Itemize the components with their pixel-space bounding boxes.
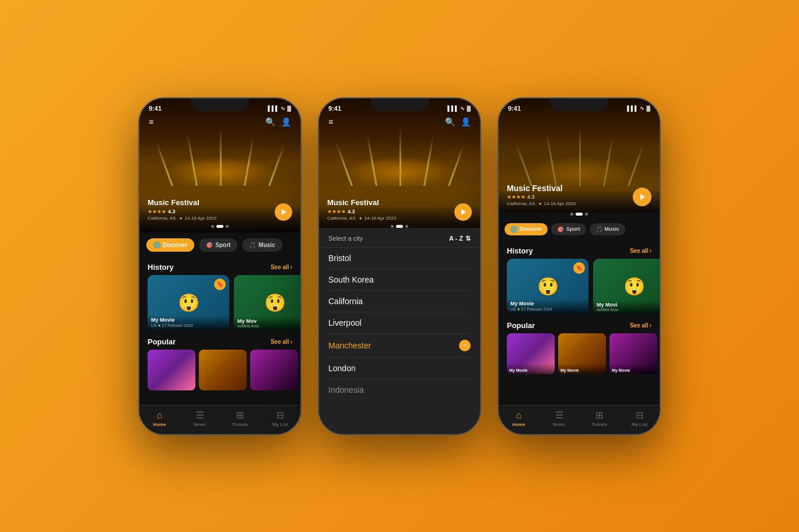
signal-icon-2: ▌▌▌ [447, 105, 458, 111]
hero-play-btn-3[interactable] [633, 188, 651, 206]
popular-section-1: Popular See all › [139, 335, 300, 390]
nav-mylist-1[interactable]: ⊟ My List [260, 410, 300, 427]
history-header-3: History See all › [499, 244, 660, 259]
hamburger-icon-2[interactable]: ≡ [328, 117, 333, 126]
cat-discover-1[interactable]: 🌐 Discover [146, 238, 194, 252]
history-see-all-3[interactable]: See all › [630, 248, 651, 254]
home-label-3: Home [512, 422, 525, 427]
card-info-3: My Movie US ● 17 Februari 2024 [507, 299, 588, 314]
popular-cards-3: My Movie My Movie My Movie [499, 333, 660, 374]
card-title-3: My Movie [510, 301, 585, 306]
news-label-1: News [194, 422, 206, 427]
cat-sport-3[interactable]: 🎯 Sport [551, 223, 586, 235]
cat-music-1[interactable]: 🎵 Music [242, 238, 282, 252]
history-card-1[interactable]: 😲 🔖 My Movie US ● 17 Februari 2024 [148, 275, 229, 330]
popular-cards-1 [139, 350, 300, 390]
city-item-bristol[interactable]: Bristol [328, 248, 471, 269]
nav-news-1[interactable]: ☰ News [180, 410, 220, 427]
date-3: 14-16 Apr 2023 [544, 201, 576, 206]
card-info-1: My Movie US ● 17 Februari 2024 [148, 315, 229, 330]
wifi-icon-2: ∿ [460, 105, 465, 111]
popular-card-3-1[interactable]: My Movie [507, 333, 555, 374]
popular-section-3: Popular See all › My Movie My Movie [499, 319, 660, 374]
sort-icon: ⇅ [465, 235, 471, 242]
popular-title-3: Popular [507, 321, 535, 330]
city-item-liverpool[interactable]: Liverpool [328, 312, 471, 334]
notch-1 [191, 98, 249, 111]
nav-mylist-3[interactable]: ⊟ My List [619, 410, 660, 427]
history-see-all-1[interactable]: See all › [271, 264, 292, 270]
city-selector-title: Select a city [328, 235, 363, 242]
cat-music-label-1: Music [258, 242, 275, 248]
news-icon-3: ☰ [555, 410, 563, 421]
profile-icon-2[interactable]: 👤 [461, 117, 471, 126]
popular-see-all-1[interactable]: See all › [271, 339, 292, 345]
search-icon-1[interactable]: 🔍 [265, 117, 275, 126]
nav-home-3[interactable]: ⌂ Home [499, 410, 539, 427]
city-item-london[interactable]: London [328, 358, 471, 379]
history-cards-3: 😲 🔖 My Movie US ● 17 Februari 2024 [499, 259, 660, 314]
nav-home-1[interactable]: ⌂ Home [139, 410, 180, 427]
popular-card-3[interactable] [250, 350, 298, 390]
phone-3: 9:41 ▌▌▌ ∿ ▓ Musi [497, 97, 661, 435]
chevron-right-4: › [650, 322, 651, 329]
cat-music-3[interactable]: 🎵 Music [590, 223, 626, 235]
history-header-1: History See all › [139, 260, 300, 275]
history-card-3[interactable]: 😲 🔖 My Movie US ● 17 Februari 2024 [507, 259, 588, 314]
hero-play-btn-1[interactable] [275, 203, 292, 221]
hero-stars-1: ★★★★ [148, 209, 166, 214]
history-card-4[interactable]: 😲 My Movi Anfield Aren [593, 259, 660, 314]
az-filter[interactable]: A - Z ⇅ [449, 235, 471, 242]
hero-stars-3: ★★★★ 4.3 [507, 194, 630, 200]
cat-discover-label-1: Discover [163, 242, 187, 248]
card-info-4: My Movi Anfield Aren [593, 300, 660, 314]
hero-title-3: Music Festival [507, 184, 630, 193]
popular-card-3-3[interactable]: My Movie [609, 333, 657, 374]
city-item-southkorea[interactable]: South Korea [328, 269, 471, 291]
battery-icon-2: ▓ [467, 105, 471, 111]
cat-discover-3[interactable]: 🌐 Discover [504, 223, 548, 235]
city-name-california: California [328, 297, 363, 306]
search-icon-2[interactable]: 🔍 [445, 117, 455, 126]
history-cards-1: 😲 🔖 My Movie US ● 17 Februari 2024 [139, 275, 300, 330]
profile-icon-1[interactable]: 👤 [281, 117, 291, 126]
popular-header-3: Popular See all › [499, 319, 660, 333]
hero-rating-2: 4.3 [348, 209, 355, 214]
hero-3: Music Festival ★★★★ 4.3 California, AS. … [499, 98, 660, 212]
status-time-1: 9:41 [149, 105, 162, 112]
card-title-2: My Mov [237, 318, 300, 324]
content-3: History See all › 😲 🔖 My Movie US [499, 244, 660, 406]
location-3: California, AS. [507, 201, 537, 206]
cat-sport-1[interactable]: 🎯 Sport [199, 238, 237, 252]
popular-card-2[interactable] [199, 350, 247, 390]
nav-news-3[interactable]: ☰ News [539, 410, 579, 427]
hero-title-1: Music Festival [148, 198, 271, 207]
signal-icon-3: ▌▌▌ [627, 105, 638, 111]
popular-card-3-2[interactable]: My Movie [558, 333, 606, 374]
city-name-southkorea: South Korea [328, 275, 374, 284]
history-card-2[interactable]: 😲 My Mov Anfield Aren [234, 275, 300, 330]
news-label-3: News [553, 422, 565, 427]
hero-content-1: Music Festival ★★★★ 4.3 California, AS. … [148, 198, 271, 221]
mylist-icon-1: ⊟ [276, 410, 284, 421]
nav-tickets-3[interactable]: ⊞ Tickets [579, 410, 619, 427]
city-item-manchester[interactable]: Manchester ✓ [328, 334, 471, 358]
popular-card-1[interactable] [148, 350, 195, 390]
dots-3 [570, 213, 588, 216]
hero-stars-2: ★★★★ [327, 209, 346, 214]
battery-icon-3: ▓ [646, 105, 650, 111]
city-item-california[interactable]: California [328, 291, 471, 312]
hero-play-btn-2[interactable] [454, 203, 472, 221]
tickets-label-1: Tickets [232, 422, 248, 427]
nav-tickets-1[interactable]: ⊞ Tickets [220, 410, 260, 427]
hamburger-icon-1[interactable]: ≡ [149, 117, 153, 126]
status-icons-2: ▌▌▌ ∿ ▓ [447, 105, 471, 111]
city-item-indonesia[interactable]: Indonesia [328, 379, 471, 400]
popular-see-all-3[interactable]: See all › [630, 322, 651, 329]
city-list: Bristol South Korea California Liverpool… [319, 248, 480, 400]
status-time-2: 9:41 [328, 105, 341, 112]
bookmark-3: 🔖 [573, 262, 585, 274]
home-icon-1: ⌂ [157, 410, 163, 421]
hero-2: ≡ 🔍 👤 Music Festival ★★★★ 4.3 California… [319, 98, 480, 232]
chevron-right-2: › [290, 339, 292, 345]
